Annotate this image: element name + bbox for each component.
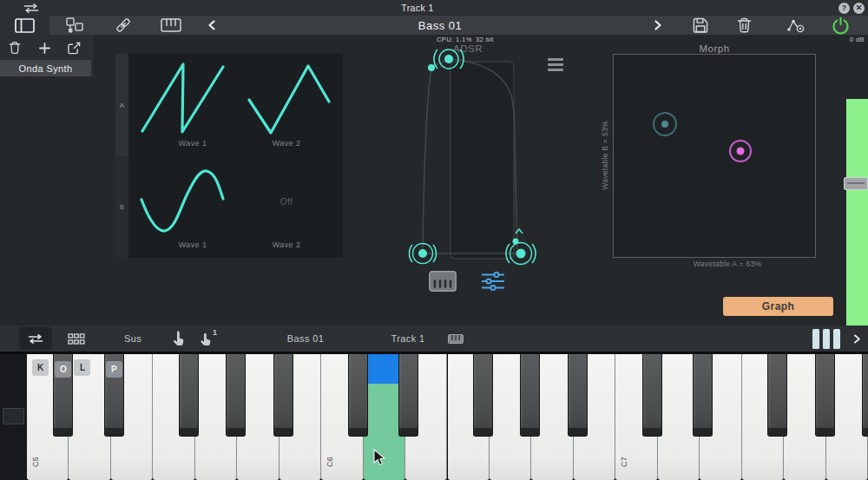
octave-label: C6 bbox=[326, 457, 334, 467]
swap-icon[interactable] bbox=[26, 332, 45, 345]
power-icon[interactable] bbox=[829, 16, 852, 34]
octave-label: C7 bbox=[620, 457, 628, 467]
black-key[interactable] bbox=[862, 354, 868, 437]
help-icon[interactable]: ? bbox=[838, 3, 850, 14]
trash-icon[interactable] bbox=[733, 16, 755, 34]
wavetable-panel[interactable] bbox=[128, 54, 343, 258]
patch-title: Bass 01 bbox=[418, 19, 462, 32]
touch-icon[interactable] bbox=[169, 330, 187, 347]
onda-synth-window: Track 1 ? ✕ bbox=[0, 0, 868, 480]
window-title: Track 1 bbox=[401, 3, 433, 13]
adsr-title: ADSR bbox=[453, 43, 483, 54]
modules-icon[interactable] bbox=[62, 16, 85, 34]
adsr-start-point[interactable] bbox=[409, 244, 436, 264]
trash-preset-icon[interactable] bbox=[7, 40, 23, 56]
pressed-key-velocity-zone bbox=[368, 354, 398, 384]
keyboard-scroll-handle[interactable] bbox=[3, 408, 24, 424]
swap-tracks-icon[interactable] bbox=[23, 3, 40, 13]
keyboard-scroll-right-icon[interactable] bbox=[851, 332, 863, 345]
key-hint-l: L bbox=[74, 359, 90, 376]
chevron-right-icon[interactable] bbox=[647, 16, 669, 34]
morph-y-label: Wavetable B = 53% bbox=[601, 103, 609, 207]
black-key[interactable] bbox=[348, 354, 368, 437]
link-icon[interactable] bbox=[112, 16, 135, 34]
key-hint-p: P bbox=[106, 361, 122, 378]
adsr-curve-handle[interactable] bbox=[428, 64, 435, 71]
piano-keyboard: C5C6C7KOLP bbox=[0, 354, 868, 480]
morph-pad[interactable] bbox=[613, 54, 816, 258]
black-key[interactable] bbox=[568, 354, 588, 437]
black-key[interactable] bbox=[273, 354, 293, 437]
filter-sliders-icon[interactable] bbox=[479, 270, 507, 293]
black-key[interactable] bbox=[473, 354, 493, 437]
panel-layout-icon[interactable] bbox=[13, 16, 36, 34]
adsr-envelope bbox=[422, 59, 522, 259]
export-preset-icon[interactable] bbox=[66, 40, 82, 56]
piano-view-icon[interactable] bbox=[160, 16, 182, 34]
bit-depth-readout: 32 bit bbox=[476, 36, 494, 43]
menu-icon[interactable] bbox=[548, 58, 563, 74]
keyboard-scroll-strip[interactable] bbox=[0, 354, 27, 480]
toolbar-track-name[interactable]: Track 1 bbox=[391, 333, 424, 344]
wave-off-state: Off bbox=[280, 197, 293, 207]
black-key[interactable] bbox=[815, 354, 835, 437]
save-icon[interactable] bbox=[689, 16, 712, 34]
synth-name: Onda Synth bbox=[18, 63, 72, 74]
chevron-left-icon[interactable] bbox=[201, 16, 223, 34]
adsr-release-point[interactable] bbox=[506, 229, 536, 265]
graph-button[interactable]: Graph bbox=[723, 297, 833, 316]
wavetable-tab-b[interactable]: B bbox=[115, 156, 128, 258]
mini-keyboard-icon[interactable] bbox=[447, 333, 464, 345]
wave-slot-label: Wave 1 bbox=[179, 139, 207, 148]
black-key[interactable] bbox=[226, 354, 246, 437]
black-key[interactable] bbox=[693, 354, 713, 437]
key-hint-o: O bbox=[55, 361, 71, 378]
wave-slot-label: Wave 2 bbox=[273, 139, 301, 148]
black-key[interactable] bbox=[398, 354, 418, 437]
black-key[interactable] bbox=[767, 354, 787, 437]
toolbar-patch-name[interactable]: Bass 01 bbox=[287, 333, 325, 344]
wave-slot-label: Wave 1 bbox=[179, 240, 207, 249]
black-key[interactable] bbox=[642, 354, 662, 437]
volume-fader-handle[interactable] bbox=[844, 177, 868, 190]
titlebar: Track 1 ? ✕ bbox=[0, 0, 868, 16]
sustain-toggle[interactable]: Sus bbox=[124, 333, 141, 344]
touch-one-badge: 1 bbox=[213, 328, 217, 337]
wavetable-tab-a[interactable]: A bbox=[115, 54, 128, 156]
keyboard-range-widget[interactable] bbox=[812, 329, 819, 349]
keyboard-range-widget[interactable] bbox=[833, 329, 840, 349]
volume-db-readout: 0 dB bbox=[850, 36, 865, 43]
volume-fader-track[interactable] bbox=[846, 99, 868, 325]
piano-keyboard-area: C5C6C7KOLP bbox=[0, 352, 868, 480]
octave-label: C5 bbox=[31, 457, 40, 467]
black-key[interactable] bbox=[179, 354, 199, 437]
automation-nodes-icon[interactable] bbox=[785, 16, 807, 34]
add-preset-icon[interactable] bbox=[36, 40, 52, 56]
morph-title: Morph bbox=[699, 43, 729, 54]
touch-one-icon[interactable]: 1 bbox=[196, 330, 217, 347]
morph-x-label: Wavetable A = 63% bbox=[694, 260, 762, 268]
cpu-readout: CPU: 1.1% bbox=[437, 36, 472, 43]
piano-mode-icon[interactable] bbox=[427, 270, 458, 293]
key-hint-k: K bbox=[32, 359, 49, 376]
black-key[interactable] bbox=[520, 354, 540, 437]
pads-grid-icon[interactable] bbox=[67, 332, 86, 345]
synth-name-bar[interactable]: Onda Synth bbox=[0, 60, 91, 76]
wave-slot-label: Wave 2 bbox=[273, 240, 301, 249]
keyboard-range-widget[interactable] bbox=[823, 329, 830, 349]
mouse-cursor bbox=[373, 449, 386, 467]
close-icon[interactable]: ✕ bbox=[853, 3, 865, 14]
